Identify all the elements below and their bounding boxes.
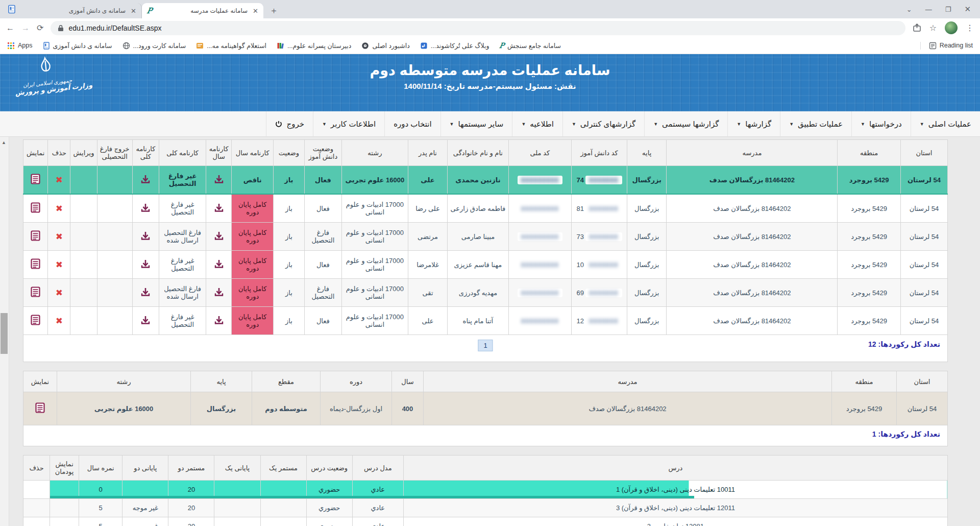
table-row[interactable]: 54 لرستان 5429 بروجرد 81464202 بزرگسالان… bbox=[23, 166, 948, 195]
bookmark-sanjesh[interactable]: 𝑃 سامانه جامع سنجش bbox=[500, 41, 561, 50]
pagination-page-1[interactable]: 1 bbox=[478, 340, 493, 351]
col-lesson-status: وضعیت درس bbox=[306, 456, 352, 481]
chevron-down-icon: ▼ bbox=[521, 122, 526, 127]
menu-user-info[interactable]: اطلاعات کاربر▼ bbox=[313, 111, 384, 136]
menu-reports[interactable]: گزارشها▼ bbox=[727, 111, 780, 136]
col-final-1: پایانی یک bbox=[214, 456, 260, 481]
table-row[interactable]: 54 لرستان 5429 بروجرد 81464202 بزرگسالان… bbox=[23, 279, 948, 307]
menu-logout[interactable]: خروج bbox=[266, 111, 312, 136]
reload-icon[interactable]: ⟳ bbox=[37, 23, 43, 33]
chevron-down-icon: ▼ bbox=[572, 122, 576, 127]
tab-school-operations[interactable]: 𝑃 سامانه عملیات مدرسه ✕ bbox=[142, 3, 263, 18]
delete-icon[interactable]: ✖ bbox=[56, 175, 63, 185]
bookmark-star-icon[interactable]: ☆ bbox=[929, 23, 937, 33]
table-row[interactable]: 54 لرستان 5429 بروجرد 81464202 بزرگسالان… bbox=[23, 392, 948, 425]
url-field[interactable]: edu1.medu.ir/DefaultSE.aspx bbox=[51, 21, 905, 35]
chrome-menu-icon[interactable]: ⋮ bbox=[966, 23, 974, 33]
col-student-code: کد دانش آموز bbox=[572, 140, 627, 166]
col-year-report: کارنامه سال bbox=[232, 140, 274, 166]
delete-icon[interactable]: ✖ bbox=[56, 288, 63, 298]
download-year-report-icon[interactable] bbox=[214, 174, 224, 184]
menu-announcements[interactable]: اطلاعیه▼ bbox=[512, 111, 562, 136]
chevron-down-icon: ▼ bbox=[861, 122, 865, 127]
col-grade: پایه bbox=[627, 140, 666, 166]
menu-main-operations[interactable]: عملیات اصلی▼ bbox=[911, 111, 980, 136]
tab-close-icon[interactable]: ✕ bbox=[131, 7, 136, 15]
download-year-report-icon[interactable] bbox=[214, 231, 224, 241]
students-table: استان منطقه مدرسه پایه کد دانش آموز کد م… bbox=[23, 139, 948, 335]
download-year-report-icon[interactable] bbox=[214, 203, 224, 213]
download-year-report-icon[interactable] bbox=[214, 315, 224, 325]
table-row[interactable]: 12081 زبان خارجي3 عادي حضوري 20 غیر موجه… bbox=[23, 517, 948, 526]
bookmark-student-system[interactable]: سامانه ی دانش آموزی bbox=[43, 42, 112, 50]
view-icon[interactable] bbox=[31, 230, 40, 241]
col-grade: پایه bbox=[191, 371, 252, 392]
minimize-icon[interactable]: — bbox=[925, 6, 932, 13]
menu-matching-operations[interactable]: عملیات تطبیق▼ bbox=[780, 111, 851, 136]
tab-student-system[interactable]: سامانه ی دانش آموزی ✕ bbox=[20, 3, 142, 18]
table-row[interactable]: 54 لرستان 5429 بروجرد 81464202 بزرگسالان… bbox=[23, 194, 948, 223]
menu-requests[interactable]: درخواستها▼ bbox=[851, 111, 911, 136]
tab-close-icon[interactable]: ✕ bbox=[253, 7, 258, 15]
close-window-icon[interactable]: ✕ bbox=[964, 5, 971, 14]
chevron-down-icon: ▼ bbox=[653, 122, 658, 127]
download-total-report-icon[interactable] bbox=[140, 174, 151, 184]
scroll-up-arrow-icon[interactable]: ▲ bbox=[2, 140, 6, 145]
role-and-date: نقش: مسئول سیستم-مدرسه تاریخ: 1400/11/14 bbox=[0, 82, 980, 91]
col-continuous-1: مستمر یک bbox=[260, 456, 306, 481]
back-icon[interactable]: ← bbox=[6, 23, 14, 33]
apps-shortcut[interactable]: Apps bbox=[7, 42, 33, 50]
delete-icon[interactable]: ✖ bbox=[56, 231, 63, 242]
menu-other-systems[interactable]: سایر سیستمها▼ bbox=[440, 111, 512, 136]
bookmark-blog[interactable]: وبلاگ علی تُرکاشوند... bbox=[420, 42, 489, 50]
download-total-report-icon[interactable] bbox=[140, 315, 151, 325]
view-icon[interactable] bbox=[31, 286, 40, 297]
delete-icon[interactable]: ✖ bbox=[56, 259, 63, 270]
maximize-icon[interactable]: ❐ bbox=[945, 6, 951, 13]
forward-icon[interactable]: → bbox=[21, 23, 30, 33]
view-icon[interactable] bbox=[31, 258, 40, 269]
bookmark-high-school[interactable]: دبیرستان پسرانه علوم... bbox=[277, 42, 351, 50]
avatar[interactable] bbox=[945, 21, 958, 34]
period-table-footer: تعداد کل رکوردها: 1 bbox=[23, 425, 948, 446]
chevron-down-icon: ▼ bbox=[920, 122, 924, 127]
col-total-report: کارنامه کلی bbox=[159, 140, 206, 166]
records-total: تعداد کل رکوردها: 12 bbox=[868, 340, 940, 348]
download-year-report-icon[interactable] bbox=[214, 287, 224, 297]
scrollbar-thumb[interactable] bbox=[1, 313, 8, 354]
globe-icon bbox=[122, 42, 130, 50]
table-row[interactable]: 54 لرستان 5429 بروجرد 81464202 بزرگسالان… bbox=[23, 251, 948, 279]
bookmark-main-dashboard[interactable]: داشبورد اصلی bbox=[361, 42, 409, 50]
col-view: نمایش bbox=[23, 371, 57, 392]
bookmark-entry-card[interactable]: سامانه کارت ورود... bbox=[122, 42, 186, 50]
menu-system-reports[interactable]: گزارشها سیستمی▼ bbox=[644, 111, 727, 136]
download-total-report-icon[interactable] bbox=[140, 287, 151, 297]
menu-select-period[interactable]: انتخاب دوره bbox=[384, 111, 440, 136]
new-tab-button[interactable]: ＋ bbox=[270, 5, 278, 16]
download-total-report-icon[interactable] bbox=[140, 231, 151, 241]
download-year-report-icon[interactable] bbox=[214, 259, 224, 269]
menu-control-reports[interactable]: گزارشهای کنترلی▼ bbox=[562, 111, 644, 136]
reading-list-icon bbox=[929, 42, 937, 50]
col-major: رشته bbox=[57, 371, 191, 392]
download-total-report-icon[interactable] bbox=[140, 259, 151, 269]
view-icon[interactable] bbox=[31, 174, 40, 184]
bookmark-certificate-inquiry[interactable]: استعلام گواهینامه مه... bbox=[196, 42, 266, 50]
delete-icon[interactable]: ✖ bbox=[56, 203, 63, 213]
download-total-report-icon[interactable] bbox=[140, 203, 151, 213]
table-row[interactable]: 54 لرستان 5429 بروجرد 81464202 بزرگسالان… bbox=[23, 223, 948, 251]
col-period: دوره bbox=[321, 371, 392, 392]
blurred-student-code: 8888888 bbox=[585, 204, 622, 213]
reading-list-button[interactable]: Reading list bbox=[920, 42, 973, 50]
table-row[interactable]: 12011 تعلیمات دینی (دینی، اخلاق و قرآن) … bbox=[23, 499, 948, 517]
table-row[interactable]: 54 لرستان 5429 بروجرد 81464202 بزرگسالان… bbox=[23, 307, 948, 335]
view-icon[interactable] bbox=[35, 402, 45, 413]
view-icon[interactable] bbox=[31, 315, 40, 325]
share-icon[interactable] bbox=[913, 23, 921, 32]
sanjesh-icon: 𝑃 bbox=[500, 41, 504, 50]
delete-icon[interactable]: ✖ bbox=[56, 316, 63, 326]
tab-search-chevron-icon[interactable]: ⌄ bbox=[906, 6, 912, 13]
vertical-scrollbar[interactable]: ▲ bbox=[0, 137, 9, 526]
view-icon[interactable] bbox=[31, 202, 40, 213]
lock-icon bbox=[58, 25, 64, 32]
